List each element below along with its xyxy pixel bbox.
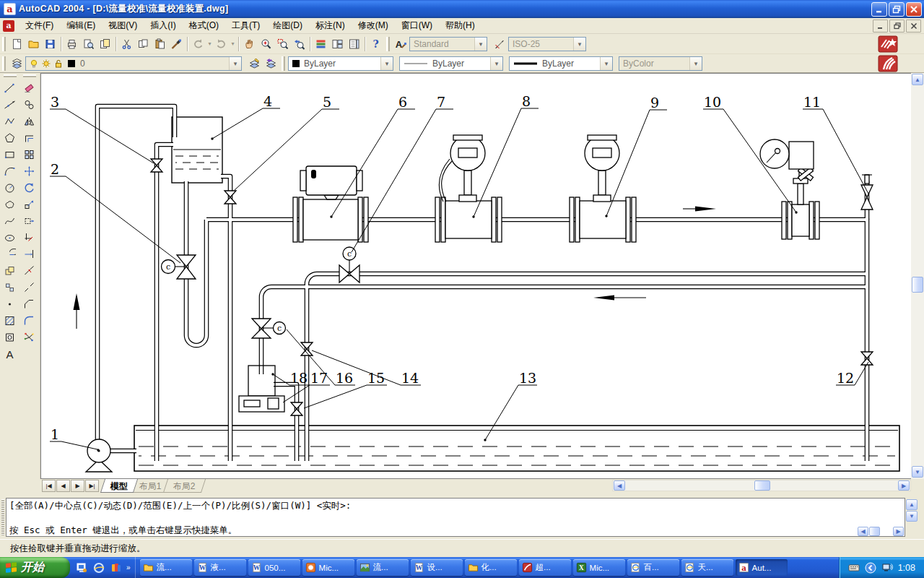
hatch-icon[interactable] — [1, 312, 19, 329]
menu-tools[interactable]: 工具(T) — [225, 17, 266, 34]
pan-icon[interactable] — [241, 36, 258, 52]
network-status-icon[interactable] — [881, 562, 893, 574]
toolbar-grip[interactable] — [4, 74, 17, 77]
toolbar-grip[interactable] — [2, 56, 6, 71]
paste-icon[interactable] — [152, 36, 168, 52]
internet-explorer-icon[interactable] — [92, 561, 105, 574]
linetype-combo[interactable]: ByLayer ▾ — [399, 56, 503, 71]
extend-icon[interactable] — [21, 246, 38, 262]
stretch-icon[interactable] — [21, 212, 38, 229]
open-icon[interactable] — [25, 36, 42, 52]
scroll-left-icon[interactable]: ◀ — [614, 480, 625, 491]
make-block-icon[interactable] — [1, 279, 19, 296]
fillet-icon[interactable] — [21, 312, 38, 329]
vertical-scroll-thumb[interactable] — [912, 277, 923, 293]
help-icon[interactable]: ? — [367, 36, 384, 52]
chevron-down-icon[interactable]: ▾ — [600, 57, 612, 70]
break-icon[interactable] — [21, 279, 38, 296]
toolbar-grip[interactable] — [2, 37, 6, 51]
point-icon[interactable] — [1, 296, 19, 312]
ellipse-arc-icon[interactable] — [1, 246, 19, 262]
quick-launch-chevron-icon[interactable]: » — [126, 564, 131, 571]
rectangle-icon[interactable] — [1, 146, 19, 163]
zoom-window-icon[interactable] — [274, 36, 291, 52]
menu-edit[interactable]: 编辑(E) — [60, 17, 102, 34]
horizontal-scrollbar[interactable]: ◀ ▶ — [612, 480, 911, 491]
circle-icon[interactable] — [1, 179, 19, 196]
mirror-icon[interactable] — [21, 113, 38, 129]
taskbar-item-ie-2[interactable]: 天... — [681, 559, 733, 576]
taskbar-item-image[interactable]: 流... — [357, 559, 409, 576]
layers-icon[interactable] — [9, 56, 25, 72]
menu-help[interactable]: 帮助(H) — [439, 17, 481, 34]
trim-icon[interactable] — [21, 229, 38, 246]
layer-combo[interactable]: 0 ▾ — [25, 56, 242, 71]
save-icon[interactable] — [42, 36, 58, 52]
menu-insert[interactable]: 插入(I) — [144, 17, 182, 34]
prev-tab-button[interactable]: ◀ — [56, 480, 70, 492]
designcenter-icon[interactable] — [329, 36, 346, 52]
erase-icon[interactable] — [21, 79, 38, 96]
chevron-down-icon[interactable]: ▾ — [229, 57, 241, 70]
menu-dimension[interactable]: 标注(N) — [309, 17, 352, 34]
ellipse-icon[interactable] — [1, 229, 19, 246]
scroll-down-icon[interactable]: ▼ — [906, 511, 918, 522]
copy-object-icon[interactable] — [21, 96, 38, 113]
vertical-scrollbar[interactable]: ▲ ▼ — [911, 73, 924, 479]
text-icon[interactable]: A — [1, 345, 19, 362]
color-combo[interactable]: ByLayer ▾ — [288, 56, 393, 71]
cut-icon[interactable] — [118, 36, 135, 52]
insert-block-icon[interactable] — [1, 262, 19, 279]
command-vertical-scrollbar[interactable]: ▲ ▼ — [906, 499, 918, 522]
horizontal-scroll-thumb[interactable] — [869, 527, 880, 536]
make-object-layer-current-icon[interactable] — [246, 56, 263, 72]
scale-icon[interactable] — [21, 196, 38, 212]
tab-layout2[interactable]: 布局2 — [163, 479, 206, 493]
text-style-combo[interactable]: Standard ▾ — [409, 37, 487, 51]
scroll-up-icon[interactable]: ▲ — [912, 74, 923, 85]
taskbar-item-powerpoint[interactable]: Mic... — [302, 559, 354, 576]
drawing-canvas[interactable]: c c c — [40, 73, 911, 479]
taskbar-item-word-3[interactable]: W设... — [411, 559, 463, 576]
polyline-icon[interactable] — [1, 113, 19, 129]
line-icon[interactable] — [1, 79, 19, 96]
chevron-down-icon[interactable]: ▾ — [474, 38, 487, 51]
first-tab-button[interactable]: |◀ — [42, 480, 56, 492]
taskbar-item-word-2[interactable]: W050... — [248, 559, 300, 576]
array-icon[interactable] — [21, 146, 38, 163]
last-tab-button[interactable]: ▶| — [85, 480, 99, 492]
scroll-left-icon[interactable]: ◀ — [858, 527, 868, 536]
next-tab-button[interactable]: ▶ — [71, 480, 84, 492]
dim-style-combo[interactable]: ISO-25 ▾ — [508, 37, 586, 51]
minimize-button[interactable] — [871, 2, 887, 17]
tool-palettes-icon[interactable] — [346, 36, 362, 52]
capture-tool-logo-icon[interactable] — [878, 35, 898, 53]
taskbar-item-folder-2[interactable]: 化... — [465, 559, 517, 576]
toolbar-grip[interactable] — [282, 56, 285, 71]
taskbar-item-word-1[interactable]: W液... — [194, 559, 246, 576]
command-window-grip[interactable] — [1, 499, 4, 535]
menu-file[interactable]: 文件(F) — [19, 17, 60, 34]
publish-icon[interactable] — [97, 36, 113, 52]
construction-line-icon[interactable] — [1, 96, 19, 113]
spline-icon[interactable] — [1, 212, 19, 229]
chevron-down-icon[interactable]: ▾ — [490, 57, 502, 70]
zoom-realtime-icon[interactable] — [258, 36, 274, 52]
tab-model[interactable]: 模型 — [100, 479, 138, 493]
break-at-point-icon[interactable] — [21, 262, 38, 279]
chamfer-icon[interactable] — [21, 296, 38, 312]
menu-draw[interactable]: 绘图(D) — [266, 17, 309, 34]
move-icon[interactable] — [21, 163, 38, 179]
child-close-button[interactable] — [906, 20, 921, 33]
taskbar-item-media-red[interactable]: 超... — [519, 559, 571, 576]
rotate-icon[interactable] — [21, 179, 38, 196]
restore-button[interactable] — [889, 2, 905, 17]
scroll-up-icon[interactable]: ▲ — [906, 499, 918, 510]
region-icon[interactable] — [1, 329, 19, 345]
close-button[interactable] — [906, 2, 922, 17]
plot-preview-icon[interactable] — [80, 36, 97, 52]
menu-view[interactable]: 视图(V) — [102, 17, 144, 34]
chevron-down-icon[interactable]: ▾ — [380, 57, 393, 70]
lineweight-combo[interactable]: ByLayer ▾ — [509, 56, 613, 71]
menu-modify[interactable]: 修改(M) — [352, 17, 395, 34]
